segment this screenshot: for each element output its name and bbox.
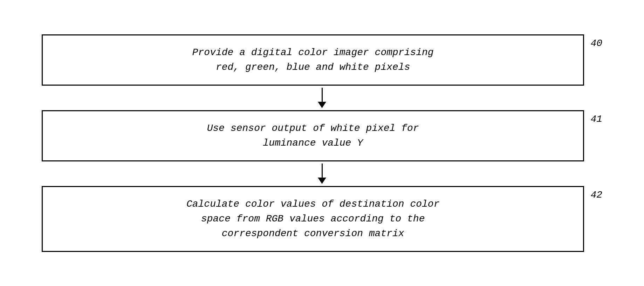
flow-box-42: Calculate color values of destination co… [42, 186, 584, 252]
box-wrapper-2: Use sensor output of white pixel for lum… [42, 110, 602, 161]
box-40-line2: red, green, blue and white pixels [216, 62, 410, 73]
box-42-line2: space from RGB values according to the [201, 213, 425, 224]
box-40-line1: Provide a digital color imager comprisin… [192, 47, 434, 58]
box-42-label: 42 [590, 186, 602, 200]
flow-row-3: Calculate color values of destination co… [42, 186, 602, 252]
arrow-2 [42, 161, 602, 186]
box-41-line2: luminance value Y [263, 138, 363, 148]
arrow-head-1 [318, 102, 326, 108]
arrow-line-2 [322, 164, 323, 178]
arrow-line-1 [322, 88, 323, 102]
box-40-label: 40 [590, 34, 602, 49]
arrow-down-2 [318, 164, 326, 184]
box-42-line1: Calculate color values of destination co… [186, 199, 440, 209]
flow-row-2: Use sensor output of white pixel for lum… [42, 110, 602, 161]
box-wrapper-3: Calculate color values of destination co… [42, 186, 602, 252]
flow-box-41: Use sensor output of white pixel for lum… [42, 110, 584, 161]
box-41-text: Use sensor output of white pixel for lum… [57, 121, 569, 151]
box-40-text: Provide a digital color imager comprisin… [57, 45, 569, 75]
arrow-down-1 [318, 88, 326, 108]
box-41-line1: Use sensor output of white pixel for [207, 123, 419, 134]
arrow-head-2 [318, 178, 326, 184]
arrow-1 [42, 86, 602, 110]
flowchart: Provide a digital color imager comprisin… [42, 24, 602, 262]
box-wrapper-1: Provide a digital color imager comprisin… [42, 34, 602, 86]
box-42-line3: correspondent conversion matrix [222, 228, 404, 239]
flow-row-1: Provide a digital color imager comprisin… [42, 34, 602, 86]
flow-box-40: Provide a digital color imager comprisin… [42, 34, 584, 86]
box-42-text: Calculate color values of destination co… [57, 197, 569, 241]
box-41-label: 41 [590, 110, 602, 125]
